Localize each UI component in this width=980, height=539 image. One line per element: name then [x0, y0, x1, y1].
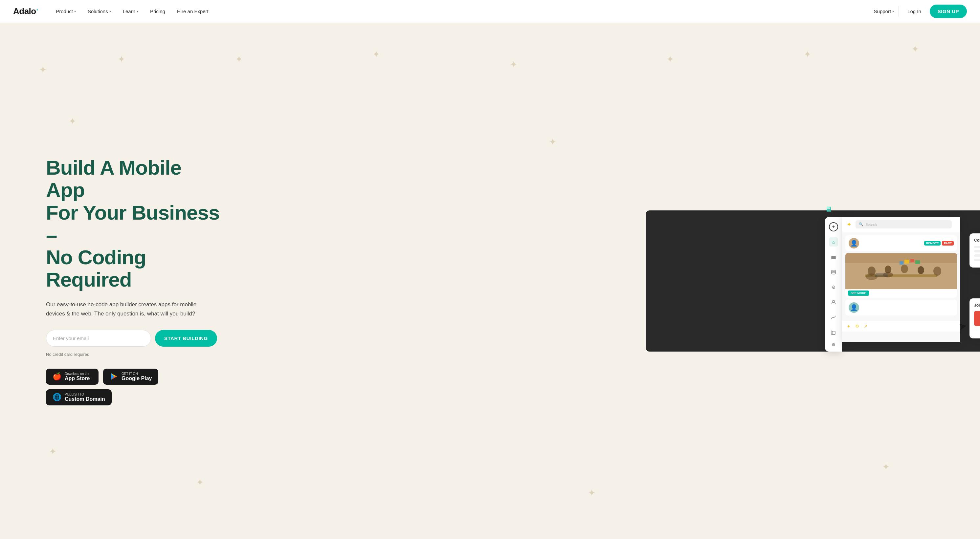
chevron-down-icon: ▾ [137, 10, 138, 13]
navigation: Adalo✦ Product ▾ Solutions ▾ Learn ▾ Pri… [0, 0, 980, 23]
nav-item-hire[interactable]: Hire an Expert [172, 6, 213, 17]
svg-point-18 [918, 266, 924, 274]
job-grid: Top Navigation Job Navigator [974, 311, 980, 326]
svg-rect-23 [910, 259, 914, 262]
profile-row-1: 👤 REMOTE PART [845, 235, 957, 251]
star-icon: ✦ [549, 137, 556, 147]
star-icon: ✦ [235, 54, 243, 65]
logo[interactable]: Adalo✦ [13, 6, 38, 16]
star-icon: ✦ [49, 446, 56, 457]
hero-visual: 🖥 + ⌂ [441, 210, 980, 351]
settings-icon[interactable]: ⚙ [829, 283, 838, 292]
connection-line-3 [974, 254, 980, 257]
svg-point-8 [832, 301, 835, 302]
svg-rect-22 [904, 260, 909, 264]
app-store-badge[interactable]: 🍎 Download on the App Store [46, 369, 99, 385]
hero-title: Build A Mobile App For Your Business – N… [46, 157, 223, 291]
app-search[interactable]: 🔍 Search [856, 220, 952, 229]
app-logo-star: ✦ [847, 221, 851, 228]
star-icon: ✦ [196, 477, 204, 488]
svg-rect-9 [832, 331, 835, 334]
hero-content: Build A Mobile App For Your Business – N… [0, 157, 223, 405]
app-bottom-icons: ✦ ⚙ ↗ [847, 324, 867, 329]
app-bottom-bar: ✦ ⚙ ↗ [842, 321, 960, 332]
job-item-1: Top Navigation [974, 311, 980, 326]
app-main-panel: ✦ 🔍 Search 👤 REMOTE PART [842, 217, 960, 342]
logo-text: Adalo✦ [13, 6, 38, 16]
custom-domain-badge[interactable]: 🌐 PUBLISH TO Custom Domain [46, 389, 112, 405]
google-play-icon [110, 372, 118, 381]
svg-rect-20 [875, 275, 888, 277]
nav-login-button[interactable]: Log In [903, 6, 926, 17]
share-bottom-icon: ↗ [864, 324, 867, 329]
svg-rect-24 [915, 260, 920, 264]
connection-line-1 [974, 246, 980, 248]
tags: REMOTE PART [924, 241, 954, 246]
nav-signup-button[interactable]: SIGN UP [930, 5, 967, 18]
image-card: SEE MORE [845, 253, 957, 298]
see-more-button[interactable]: SEE MORE [848, 291, 869, 296]
layers-icon[interactable] [829, 253, 838, 262]
app-sidebar: + ⌂ ⚙ [825, 217, 842, 351]
svg-rect-6 [831, 258, 836, 259]
app-content: 👤 REMOTE PART [842, 232, 960, 321]
job-see-more: SEE MORE [974, 328, 980, 334]
nav-item-product[interactable]: Product ▾ [51, 6, 81, 17]
copy-icon[interactable] [829, 328, 838, 337]
database-icon[interactable] [829, 267, 838, 277]
chevron-down-icon: ▾ [74, 10, 76, 13]
nav-links: Product ▾ Solutions ▾ Learn ▾ Pricing Hi… [51, 6, 869, 17]
star-icon: ✦ [588, 488, 595, 498]
star-icon: ✦ [372, 49, 380, 60]
meeting-image [845, 253, 957, 289]
hero-section: ✦ ✦ ✦ ✦ ✦ ✦ ✦ ✦ ✦ ✦ ✦ ✦ ✦ ✦ Build A Mobi… [0, 23, 980, 539]
star-icon: ✦ [510, 59, 517, 70]
start-building-button[interactable]: START BUILDING [155, 330, 217, 347]
app-header: ✦ 🔍 Search [842, 217, 960, 232]
star-icon: ✦ [912, 44, 919, 54]
nav-item-learn[interactable]: Learn ▾ [118, 6, 143, 17]
connections-title: Connections [974, 238, 980, 243]
user-icon[interactable] [829, 298, 838, 307]
star-bottom-icon: ✦ [847, 324, 851, 329]
no-credit-text: No credit card required [46, 352, 223, 357]
avatar-2: 👤 [849, 302, 859, 313]
monitor-icon: 🖥 [825, 205, 832, 214]
chart-icon[interactable] [829, 313, 838, 322]
home-icon[interactable]: ⌂ [829, 237, 838, 246]
search-icon: 🔍 [859, 222, 864, 226]
nav-right: Support ▾ Log In SIGN UP [869, 5, 967, 18]
svg-rect-4 [831, 256, 836, 257]
google-play-badge[interactable]: GET IT ON Google Play [103, 369, 158, 385]
job-panel: Job Postings Top Navigation Job Navigato… [969, 298, 980, 339]
nav-item-solutions[interactable]: Solutions ▾ [83, 6, 116, 17]
hero-form: START BUILDING [46, 330, 223, 347]
add-icon[interactable]: + [829, 222, 838, 231]
part-tag: PART [942, 241, 954, 246]
hero-subtitle: Our easy-to-use no-code app builder crea… [46, 300, 217, 318]
star-icon: ✦ [68, 116, 76, 127]
svg-rect-5 [831, 257, 836, 258]
remote-tag: REMOTE [924, 241, 941, 246]
svg-point-17 [901, 265, 908, 273]
chevron-down-icon: ▾ [109, 10, 111, 13]
globe-icon: 🌐 [52, 393, 61, 401]
connections-panel: Connections [969, 234, 980, 267]
star-icon: ✦ [803, 49, 811, 60]
star-icon: ✦ [39, 64, 47, 75]
dot-icon [832, 343, 835, 346]
chevron-down-icon: ▾ [892, 10, 894, 13]
store-badges: 🍎 Download on the App Store G [46, 369, 223, 405]
settings-bottom-icon: ⚙ [855, 324, 859, 329]
connection-line-2 [974, 250, 980, 253]
nav-support[interactable]: Support ▾ [869, 6, 899, 17]
star-icon: ✦ [882, 461, 890, 472]
email-input[interactable] [46, 330, 151, 347]
job-title: Job Postings [974, 303, 980, 308]
nav-item-pricing[interactable]: Pricing [145, 6, 170, 17]
avatar-1: 👤 [849, 238, 859, 248]
svg-point-19 [933, 267, 941, 276]
connection-line-4 [974, 259, 980, 261]
profile-row-2: 👤 [845, 300, 957, 315]
apple-icon: 🍎 [52, 372, 61, 381]
